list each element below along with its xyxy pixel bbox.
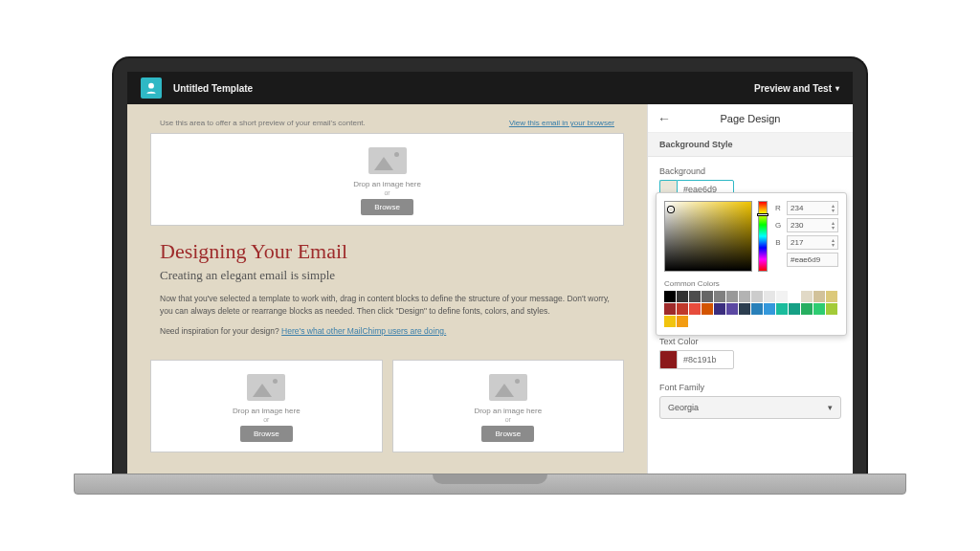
- browse-button[interactable]: Browse: [481, 426, 534, 442]
- palette-swatch[interactable]: [801, 291, 813, 302]
- email-body-1: Now that you've selected a template to w…: [160, 293, 614, 318]
- palette-swatch[interactable]: [776, 291, 788, 302]
- preview-and-test-label: Preview and Test: [754, 83, 832, 94]
- r-input[interactable]: 234▴▾: [787, 201, 838, 215]
- palette-swatch[interactable]: [776, 303, 788, 315]
- palette-swatch[interactable]: [739, 303, 750, 315]
- view-in-browser-link[interactable]: View this email in your browser: [509, 119, 614, 127]
- b-input[interactable]: 217▴▾: [787, 235, 838, 250]
- laptop-base: [74, 474, 906, 495]
- hue-cursor-icon: [757, 213, 768, 216]
- g-input[interactable]: 230▴▾: [787, 218, 838, 232]
- palette-swatch[interactable]: [764, 291, 775, 302]
- document-title: Untitled Template: [173, 83, 253, 94]
- email-canvas: Use this area to offer a short preview o…: [127, 104, 647, 474]
- inspiration-link[interactable]: Here's what other MailChimp users are do…: [281, 326, 446, 336]
- palette-swatch[interactable]: [689, 291, 701, 302]
- svg-point-0: [148, 83, 154, 89]
- stepper-icon[interactable]: ▴▾: [832, 204, 835, 213]
- palette-swatch[interactable]: [789, 303, 800, 315]
- saturation-value-area[interactable]: [664, 201, 752, 272]
- palette-swatch[interactable]: [751, 303, 763, 315]
- or-label: or: [151, 416, 382, 423]
- palette-swatch[interactable]: [714, 291, 725, 302]
- palette-swatch[interactable]: [664, 291, 676, 302]
- palette-swatch[interactable]: [714, 303, 725, 315]
- inspiration-text: Need inspiration for your design?: [160, 326, 281, 336]
- text-color-field[interactable]: #8c191b: [659, 350, 841, 369]
- palette-swatch[interactable]: [801, 303, 813, 315]
- hue-slider[interactable]: [758, 201, 768, 272]
- color-picker-popover: R234▴▾ G230▴▾ B217▴▾ #eae6d9 Common Colo…: [656, 192, 847, 336]
- column-image-dropzone-right[interactable]: Drop an image here or Browse: [392, 360, 625, 452]
- section-background-style: Background Style: [648, 133, 853, 157]
- palette-swatch[interactable]: [726, 291, 738, 302]
- palette-swatch[interactable]: [751, 291, 763, 302]
- text-color-swatch[interactable]: [659, 350, 677, 369]
- palette-swatch[interactable]: [689, 303, 701, 315]
- app-screen: Untitled Template Preview and Test ▾ Use…: [127, 72, 853, 474]
- palette-swatch[interactable]: [726, 303, 738, 315]
- email-body-2: Need inspiration for your design? Here's…: [160, 325, 614, 338]
- sv-cursor-icon: [668, 207, 674, 212]
- b-label: B: [773, 238, 783, 247]
- top-bar: Untitled Template Preview and Test ▾: [127, 72, 853, 104]
- laptop-mockup: Untitled Template Preview and Test ▾ Use…: [112, 56, 868, 495]
- drop-hint: Drop an image here: [151, 180, 623, 188]
- stepper-icon[interactable]: ▴▾: [832, 221, 835, 231]
- palette-swatch[interactable]: [677, 303, 688, 315]
- g-label: G: [773, 221, 783, 230]
- browse-button[interactable]: Browse: [361, 199, 413, 215]
- article-block: Designing Your Email Creating an elegant…: [150, 226, 624, 354]
- drop-hint: Drop an image here: [151, 407, 382, 415]
- palette-swatch[interactable]: [813, 303, 825, 315]
- font-family-label: Font Family: [659, 383, 841, 392]
- background-label: Background: [659, 166, 841, 176]
- font-family-select[interactable]: Georgia ▾: [659, 396, 841, 419]
- image-placeholder-icon: [489, 374, 527, 401]
- palette-swatch[interactable]: [702, 303, 713, 315]
- chevron-down-icon: ▾: [828, 403, 833, 412]
- image-placeholder-icon: [247, 374, 285, 401]
- column-image-dropzone-left[interactable]: Drop an image here or Browse: [150, 360, 383, 452]
- drop-hint: Drop an image here: [393, 407, 624, 415]
- palette-swatch[interactable]: [826, 303, 837, 315]
- preview-text-hint: Use this area to offer a short preview o…: [160, 119, 366, 127]
- or-label: or: [151, 189, 623, 196]
- preview-and-test-menu[interactable]: Preview and Test ▾: [754, 83, 839, 94]
- palette-swatch[interactable]: [664, 303, 676, 315]
- common-colors-label: Common Colors: [664, 279, 838, 288]
- panel-title: Page Design: [721, 113, 781, 124]
- common-colors-palette: [664, 291, 838, 327]
- stepper-icon[interactable]: ▴▾: [832, 238, 835, 248]
- palette-swatch[interactable]: [664, 316, 676, 327]
- palette-swatch[interactable]: [813, 291, 825, 302]
- hero-image-dropzone[interactable]: Drop an image here or Browse: [150, 133, 624, 226]
- text-color-label: Text Color: [659, 337, 841, 346]
- palette-swatch[interactable]: [826, 291, 837, 302]
- or-label: or: [393, 416, 624, 423]
- mailchimp-logo-icon: [141, 77, 162, 99]
- palette-swatch[interactable]: [789, 291, 800, 302]
- chevron-down-icon: ▾: [835, 84, 839, 93]
- palette-swatch[interactable]: [677, 291, 688, 302]
- email-subhead: Creating an elegant email is simple: [160, 268, 614, 283]
- palette-swatch[interactable]: [677, 316, 688, 327]
- design-panel: ← Page Design Background Style Backgroun…: [647, 104, 853, 474]
- browse-button[interactable]: Browse: [240, 426, 293, 442]
- hex-input[interactable]: #eae6d9: [787, 253, 838, 267]
- text-color-hex-input[interactable]: #8c191b: [677, 350, 734, 369]
- palette-swatch[interactable]: [702, 291, 713, 302]
- font-family-value: Georgia: [668, 403, 699, 412]
- image-placeholder-icon: [368, 147, 407, 174]
- palette-swatch[interactable]: [764, 303, 775, 315]
- r-label: R: [773, 204, 783, 212]
- back-arrow-icon[interactable]: ←: [657, 111, 671, 126]
- email-headline: Designing Your Email: [160, 239, 614, 264]
- palette-swatch[interactable]: [739, 291, 750, 302]
